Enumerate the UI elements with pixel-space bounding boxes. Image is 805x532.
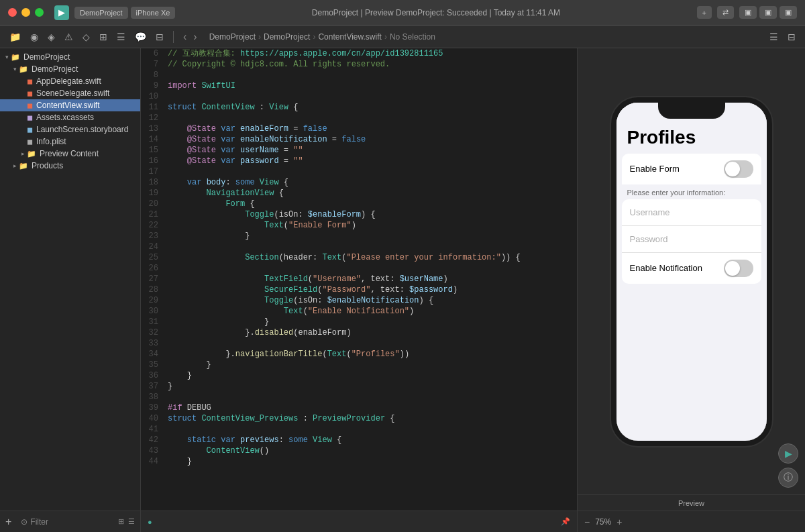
sidebar-item-contentview[interactable]: ◼ ContentView.swift	[0, 99, 140, 111]
sidebar-options-button[interactable]: ⊞	[118, 517, 124, 526]
code-line-13: 13 @State var enableForm = false	[141, 123, 577, 134]
sidebar-item-launchscreen[interactable]: ◼ LaunchScreen.storyboard	[0, 123, 140, 136]
breadcrumb-project[interactable]: DemoProject	[209, 32, 256, 42]
ios-form-section-1: Enable Form	[622, 154, 761, 184]
status-indicator: ●	[148, 518, 152, 526]
phone-notch	[658, 103, 725, 119]
breadcrumb-selection[interactable]: No Selection	[390, 32, 435, 42]
sidebar-item-assets[interactable]: ◼ Assets.xcassets	[0, 111, 140, 123]
add-icon[interactable]: ☰	[114, 30, 128, 44]
nav-forward-button[interactable]: ›	[191, 31, 199, 43]
breadcrumb-sep-3: ›	[384, 32, 387, 42]
code-line-29: 29 Toggle(isOn: $enableNotification) {	[141, 295, 577, 306]
password-placeholder: Password	[630, 234, 753, 244]
layout-button-1[interactable]: ⇄	[717, 6, 734, 19]
ios-form-section-2: Username Password Enable Notification	[622, 199, 761, 284]
code-line-32: 32 }.disabled(enableForm)	[141, 327, 577, 338]
code-line-25: 25 Section(header: Text("Please enter yo…	[141, 252, 577, 263]
code-line-10: 10	[141, 91, 577, 102]
code-line-34: 34 }.navigationBarTitle(Text("Profiles")…	[141, 349, 577, 360]
phone-mockup: Profiles Enable Form Please enter your i…	[611, 97, 772, 446]
breadcrumb-file[interactable]: ContentView.swift	[318, 32, 382, 42]
sidebar-label-root: DemoProject	[23, 52, 70, 62]
sidebar-label-demoproject: DemoProject	[32, 64, 78, 74]
sidebar-item-root[interactable]: ▾ 📁 DemoProject	[0, 51, 140, 63]
sidebar-item-infoplist[interactable]: ◼ Info.plist	[0, 136, 140, 148]
inspector-toggle[interactable]: ▣	[759, 6, 777, 19]
add-file-button[interactable]: +	[5, 516, 11, 528]
device-selector[interactable]: iPhone Xe	[131, 7, 176, 19]
code-line-12: 12	[141, 113, 577, 123]
folder-icon-demoproject: 📁	[19, 65, 28, 74]
filter-area[interactable]: ⊙ Filter	[21, 517, 48, 527]
sidebar-item-products[interactable]: ▸ 📁 Products	[0, 160, 140, 172]
titlebar: ▶ DemoProject iPhone Xe DemoProject | Pr…	[0, 0, 805, 25]
issue-icon[interactable]: ⚠	[62, 30, 76, 44]
swift-icon-appdelegate: ◼	[27, 77, 33, 86]
code-line-27: 27 TextField("Username", text: $userName…	[141, 274, 577, 284]
code-line-41: 41	[141, 424, 577, 435]
sidebar-label-contentview: ContentView.swift	[36, 101, 100, 110]
sidebar-item-previewcontent[interactable]: ▸ 📁 Preview Content	[0, 148, 140, 160]
commit-icon[interactable]: ◉	[28, 30, 41, 44]
sidebar-label-scenedelegate: SceneDelegate.swift	[36, 89, 109, 98]
sidebar-item-scenedelegate[interactable]: ◼ SceneDelegate.swift	[0, 87, 140, 99]
code-line-24: 24	[141, 242, 577, 252]
sidebar-item-appdelegate[interactable]: ◼ AppDelegate.swift	[0, 75, 140, 87]
code-line-36: 36 }	[141, 370, 577, 381]
ios-enable-notification-row: Enable Notification	[622, 253, 761, 284]
sidebar-label-previewcontent: Preview Content	[40, 149, 99, 158]
folder-icon[interactable]: 📁	[7, 30, 23, 44]
inspector-panel-icon[interactable]: ⊟	[785, 30, 798, 44]
scheme-selector[interactable]: DemoProject	[74, 7, 128, 19]
code-line-20: 20 Form {	[141, 199, 577, 209]
zoom-plus-button[interactable]: +	[616, 517, 622, 527]
assistant-toggle[interactable]: ▣	[780, 6, 797, 19]
sidebar-label-infoplist: Info.plist	[36, 137, 66, 146]
inspector-list-icon[interactable]: ☰	[767, 30, 781, 44]
maximize-button[interactable]	[35, 8, 44, 17]
breadcrumb-sep-1: ›	[258, 32, 261, 42]
swift-icon-contentview: ◼	[27, 101, 33, 110]
code-line-19: 19 NavigationView {	[141, 188, 577, 199]
sidebar-list-button[interactable]: ☰	[128, 517, 135, 526]
code-line-11: 11 struct ContentView : View {	[141, 102, 577, 113]
run-button[interactable]: ▶	[54, 5, 69, 20]
code-line-7: 7 // Copyright © hdjc8.com. All rights r…	[141, 59, 577, 70]
expand-arrow-root: ▾	[5, 54, 9, 60]
grid-icon[interactable]: ⊞	[97, 30, 110, 44]
code-line-16: 16 @State var password = ""	[141, 156, 577, 166]
shape-icon[interactable]: ◇	[80, 30, 93, 44]
code-editor[interactable]: 6 // 互动教程合集: https://apps.apple.com/cn/a…	[141, 48, 577, 511]
code-line-35: 35 }	[141, 360, 577, 370]
add-editor-button[interactable]: +	[697, 6, 712, 19]
code-line-17: 17	[141, 166, 577, 177]
sidebar-label-launchscreen: LaunchScreen.storyboard	[36, 125, 128, 134]
code-line-26: 26	[141, 263, 577, 274]
breakpoint-icon[interactable]: ◈	[45, 30, 58, 44]
close-button[interactable]	[8, 8, 17, 17]
build-status: DemoProject | Preview DemoProject: Succe…	[312, 8, 560, 17]
enable-form-label: Enable Form	[630, 164, 724, 174]
preview-live-button[interactable]: ▶	[778, 443, 798, 464]
sidebar-item-demoproject[interactable]: ▾ 📁 DemoProject	[0, 63, 140, 75]
code-line-40: 40 struct ContentView_Previews : Preview…	[141, 413, 577, 424]
enable-notification-toggle[interactable]	[724, 260, 753, 277]
sidebar: ▾ 📁 DemoProject ▾ 📁 DemoProject ◼ AppDel…	[0, 48, 141, 511]
sidebar-label-assets: Assets.xcassets	[36, 113, 94, 122]
breadcrumb-sep-2: ›	[313, 32, 315, 42]
comment-icon[interactable]: 💬	[132, 30, 149, 44]
zoom-minus-button[interactable]: −	[584, 517, 590, 527]
view-toggle-icon[interactable]: ⊟	[153, 30, 166, 44]
enable-form-toggle[interactable]	[724, 160, 753, 178]
preview-inspect-button[interactable]: ⓘ	[778, 468, 798, 488]
breadcrumb-group[interactable]: DemoProject	[264, 32, 310, 42]
minimize-button[interactable]	[21, 8, 30, 17]
nav-back-button[interactable]: ‹	[180, 31, 189, 43]
editor-bottom-bar: ● 📌	[141, 511, 577, 532]
navigator-toggle[interactable]: ▣	[739, 6, 757, 19]
code-line-18: 18 var body: some View {	[141, 177, 577, 188]
folder-icon-products: 📁	[19, 162, 28, 170]
pin-button[interactable]: 📌	[561, 517, 570, 526]
swift-icon-scenedelegate: ◼	[27, 89, 33, 98]
